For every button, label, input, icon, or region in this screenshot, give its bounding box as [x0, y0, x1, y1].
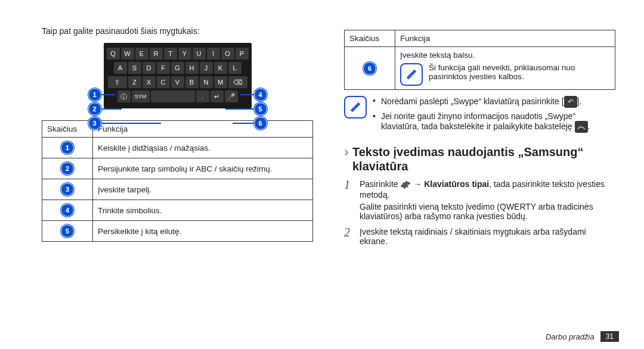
step-number: 1 [344, 178, 350, 192]
table-row: 1 Keiskite į didžiąsias / mažąsias. [42, 138, 313, 158]
shift-key-icon: ⇧ [108, 76, 127, 88]
back-icon: ↶ [564, 96, 577, 108]
row-badge-5: 5 [61, 225, 74, 238]
row-text: Įveskite tarpelį. [93, 179, 313, 200]
left-column: Taip pat galite pasinaudoti šiais mygtuk… [42, 26, 313, 252]
note-bullet-1: Norėdami paslėpti „Swype“ klaviatūrą pas… [373, 96, 615, 108]
callout-4: 4 [254, 88, 267, 101]
col-number-header: Skaičius [42, 121, 93, 138]
table-header-row: Skaičius Funkcija [345, 30, 615, 47]
space-key [151, 91, 195, 102]
row-text: Trinkite simbolius. [93, 200, 313, 221]
keyboard-diagram: 1 2 3 4 5 6 QWERTYUIOP ASDFGHJKL ⇧ZXC [88, 43, 267, 108]
keyboard: QWERTYUIOP ASDFGHJKL ⇧ZXCVBNM⌫ ⓘ SYM . ↵… [104, 43, 252, 108]
row-badge-6: 6 [363, 62, 376, 75]
backspace-key-icon: ⌫ [228, 76, 247, 88]
intro-text: Taip pat galite pasinaudoti šiais mygtuk… [42, 26, 313, 36]
row-text: Persikelkite į kitą eilutę. [93, 221, 313, 242]
page-footer: Darbo pradžia 31 [546, 331, 619, 342]
row-badge-4: 4 [61, 204, 74, 217]
table-row: 5 Persikelkite į kitą eilutę. [42, 221, 313, 242]
section-heading: › Teksto įvedimas naudojantis „Samsung“ … [344, 145, 615, 173]
row-badge-2: 2 [61, 162, 74, 175]
step-1: 1 Pasirinkite → Klaviatūros tipai, tada … [360, 179, 615, 221]
gear-icon [400, 179, 411, 190]
row-text: Keiskite į didžiąsias / mažąsias. [93, 138, 313, 158]
row-badge-3: 3 [61, 183, 74, 196]
step-number: 2 [344, 226, 350, 239]
sym-key: SYM [132, 91, 150, 102]
col-number-header: Skaičius [345, 30, 395, 47]
callout-3: 3 [88, 117, 101, 130]
info-key-icon: ⓘ [117, 91, 131, 102]
note-icon [400, 63, 423, 86]
callout-1: 1 [88, 88, 101, 101]
info-note-block: Norėdami paslėpti „Swype“ klaviatūrą pas… [344, 96, 615, 136]
table-row: 4 Trinkite simbolius. [42, 200, 313, 221]
callout-2: 2 [88, 102, 101, 116]
table-row: 3 Įveskite tarpelį. [42, 179, 313, 200]
step-2: 2 Įveskite tekstą raidiniais / skaitinia… [360, 227, 615, 246]
enter-key-icon: ↵ [210, 91, 224, 102]
heading-marker-icon: › [344, 145, 349, 159]
col-function-header: Funkcija [395, 30, 615, 47]
step-subtext: Galite pasirinkti vieną teksto įvedimo (… [360, 202, 615, 221]
function-table-right: Skaičius Funkcija 6 Įveskite tekstą bals… [344, 30, 615, 90]
callout-6: 6 [254, 117, 267, 130]
page-number: 31 [600, 331, 619, 342]
footer-section: Darbo pradžia [546, 332, 595, 341]
table-row: 6 Įveskite tekstą balsu. Ši funkcija gal… [345, 47, 615, 90]
function-table-left: Skaičius Funkcija 1 Keiskite į didžiąsia… [42, 120, 313, 242]
row-text: Persijunkite tarp simbolių ir ABC / skai… [93, 158, 313, 179]
table-header-row: Skaičius Funkcija [42, 121, 313, 138]
func-note: Ši funkcija gali neveikti, priklausomai … [429, 63, 610, 81]
callout-5: 5 [254, 102, 267, 116]
func-line: Įveskite tekstą balsu. [400, 51, 610, 60]
heading-text: Teksto įvedimas naudojantis „Samsung“ kl… [352, 145, 615, 173]
right-column: Skaičius Funkcija 6 Įveskite tekstą bals… [344, 26, 615, 252]
note-icon [344, 96, 367, 119]
mic-key-icon: 🎤 [225, 91, 238, 102]
table-row: 2 Persijunkite tarp simbolių ir ABC / sk… [42, 158, 313, 179]
row-badge-1: 1 [61, 141, 74, 154]
row-text: Įveskite tekstą balsu. Ši funkcija gali … [395, 47, 615, 90]
note-bullet-2: Jei norite gauti žinyno informacijos nau… [373, 111, 615, 133]
swype-info-icon [575, 121, 588, 133]
